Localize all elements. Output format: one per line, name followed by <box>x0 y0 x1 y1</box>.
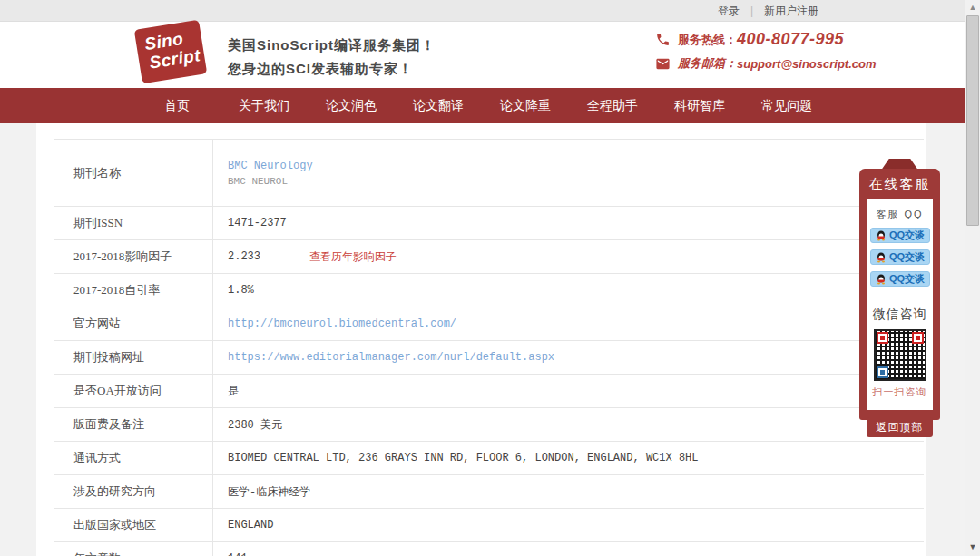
nav-item-translation[interactable]: 论文翻译 <box>395 88 482 123</box>
nav-item-polishing[interactable]: 论文润色 <box>308 88 395 123</box>
hotline-number: 400-8077-995 <box>737 30 844 49</box>
qr-finder-top-right <box>912 332 924 344</box>
scrollbar-up-arrow[interactable]: ▲ <box>965 1 980 14</box>
table-row-research-field: 涉及的研究方向 医学-临床神经学 <box>54 475 924 509</box>
table-row-journal-name: 期刊名称 BMC Neurology BMC NEUROL <box>54 140 924 207</box>
site-header: Sino Script 美国SinoScript编译服务集团！ 您身边的SCI发… <box>0 22 980 88</box>
qq-penguin-icon <box>876 274 887 285</box>
main-nav: 首页 关于我们 论文润色 论文翻译 论文降重 全程助手 科研智库 常见问题 <box>0 88 980 123</box>
page-scrollbar[interactable]: ▲ ▼ <box>965 0 980 556</box>
row-label: 2017-2018自引率 <box>54 274 213 307</box>
journal-card: 期刊名称 BMC Neurology BMC NEUROL 期刊ISSN 147… <box>36 123 926 556</box>
scan-to-consult-text: 扫一扫咨询 <box>870 385 929 399</box>
table-row-address: 通讯方式 BIOMED CENTRAL LTD, 236 GRAYS INN R… <box>54 442 924 475</box>
row-label: 期刊名称 <box>54 140 213 206</box>
row-label: 版面费及备注 <box>54 408 213 441</box>
row-value: 2380 美元 <box>213 408 924 441</box>
mail-icon <box>655 56 671 72</box>
row-label: 期刊ISSN <box>54 207 213 239</box>
phone-icon <box>655 32 671 47</box>
sinoscript-logo[interactable]: Sino Script <box>134 20 207 84</box>
online-service-title: 在线客服 <box>867 169 933 199</box>
page: 登录 | 新用户注册 Sino Script 美国SinoScript编译服务集… <box>0 0 980 556</box>
qq-chat-button-3[interactable]: QQ交谈 <box>870 271 930 287</box>
row-value: 医学-临床神经学 <box>213 475 924 508</box>
row-label: 是否OA开放访问 <box>54 375 213 407</box>
topbar-divider: | <box>750 5 753 17</box>
table-row-issn: 期刊ISSN 1471-2377 <box>54 207 924 240</box>
nav-item-home[interactable]: 首页 <box>133 88 220 123</box>
hotline-label: 服务热线： <box>678 32 737 48</box>
qq-penguin-icon <box>876 230 887 241</box>
panel-divider <box>871 298 928 298</box>
wechat-qr-code <box>874 329 926 381</box>
email-label: 服务邮箱： <box>678 55 737 72</box>
row-value: 141 <box>213 542 924 556</box>
row-value: 1.8% <box>213 274 924 307</box>
row-label: 期刊投稿网址 <box>54 341 213 374</box>
table-row-country: 出版国家或地区 ENGLAND <box>54 509 924 542</box>
row-label: 通讯方式 <box>54 442 213 474</box>
journal-name-link[interactable]: BMC Neurology <box>228 160 313 172</box>
impact-factor-value: 2.233 <box>228 250 309 263</box>
qq-chat-label: QQ交谈 <box>889 272 925 286</box>
site-slogan: 美国SinoScript编译服务集团！ 您身边的SCI发表辅助专家！ <box>228 34 436 81</box>
nav-item-thinktank[interactable]: 科研智库 <box>656 88 743 123</box>
official-site-link[interactable]: http://bmcneurol.biomedcentral.com/ <box>228 317 456 330</box>
qq-chat-button-2[interactable]: QQ交谈 <box>870 249 930 265</box>
table-row-page-fee: 版面费及备注 2380 美元 <box>54 408 924 442</box>
qr-finder-bottom-left <box>877 366 888 378</box>
table-row-submission-url: 期刊投稿网址 https://www.editorialmanager.com/… <box>54 341 924 375</box>
table-row-oa: 是否OA开放访问 是 <box>54 375 924 408</box>
contact-block: 服务热线： 400-8077-995 服务邮箱： support@sinoscr… <box>655 30 877 78</box>
submission-url-link[interactable]: https://www.editorialmanager.com/nurl/de… <box>228 351 554 364</box>
row-value: BIOMED CENTRAL LTD, 236 GRAYS INN RD, FL… <box>213 442 924 474</box>
content-area: 期刊名称 BMC Neurology BMC NEUROL 期刊ISSN 147… <box>0 123 980 556</box>
qq-service-label: 客服 QQ <box>870 208 929 221</box>
row-label: 年文章数 <box>54 542 213 556</box>
history-impact-factor-link[interactable]: 查看历年影响因子 <box>309 249 397 265</box>
journal-abbrev: BMC NEUROL <box>228 176 288 187</box>
qr-finder-top-left <box>877 332 888 344</box>
login-link[interactable]: 登录 <box>718 4 740 19</box>
back-to-top-button[interactable]: 返回顶部 <box>867 417 933 437</box>
table-row-articles-per-year: 年文章数 141 <box>54 542 924 556</box>
row-label: 2017-2018影响因子 <box>54 240 213 273</box>
nav-item-about[interactable]: 关于我们 <box>220 88 308 123</box>
table-row-self-citation: 2017-2018自引率 1.8% <box>54 274 924 307</box>
slogan-line1: 美国SinoScript编译服务集团！ <box>228 34 436 57</box>
qq-chat-label: QQ交谈 <box>889 229 925 242</box>
register-link[interactable]: 新用户注册 <box>764 4 818 19</box>
panel-tab-shape <box>881 159 919 169</box>
wechat-consult-title: 微信咨询 <box>870 307 929 323</box>
table-row-official-site: 官方网站 http://bmcneurol.biomedcentral.com/ <box>54 307 924 341</box>
email-value[interactable]: support@sinoscript.com <box>737 57 877 71</box>
qq-penguin-icon <box>876 252 887 263</box>
row-value: 1471-2377 <box>213 207 924 239</box>
nav-item-assistant[interactable]: 全程助手 <box>569 88 656 123</box>
journal-info-table: 期刊名称 BMC Neurology BMC NEUROL 期刊ISSN 147… <box>54 139 924 556</box>
online-service-panel: 在线客服 客服 QQ QQ交谈 <box>859 159 940 437</box>
table-row-impact-factor: 2017-2018影响因子 2.233 查看历年影响因子 <box>54 240 924 274</box>
nav-item-dedup[interactable]: 论文降重 <box>482 88 569 123</box>
row-label: 涉及的研究方向 <box>54 475 213 508</box>
row-value: ENGLAND <box>213 509 924 541</box>
row-label: 出版国家或地区 <box>54 509 213 541</box>
qq-chat-label: QQ交谈 <box>889 250 925 264</box>
qq-chat-button-1[interactable]: QQ交谈 <box>870 228 930 243</box>
row-label: 官方网站 <box>54 307 213 340</box>
top-utility-bar: 登录 | 新用户注册 <box>0 0 980 22</box>
row-value: 是 <box>213 375 924 407</box>
scrollbar-down-arrow[interactable]: ▼ <box>965 541 980 553</box>
slogan-line2: 您身边的SCI发表辅助专家！ <box>228 57 436 81</box>
scrollbar-thumb[interactable] <box>966 15 979 226</box>
nav-item-faq[interactable]: 常见问题 <box>743 88 830 123</box>
